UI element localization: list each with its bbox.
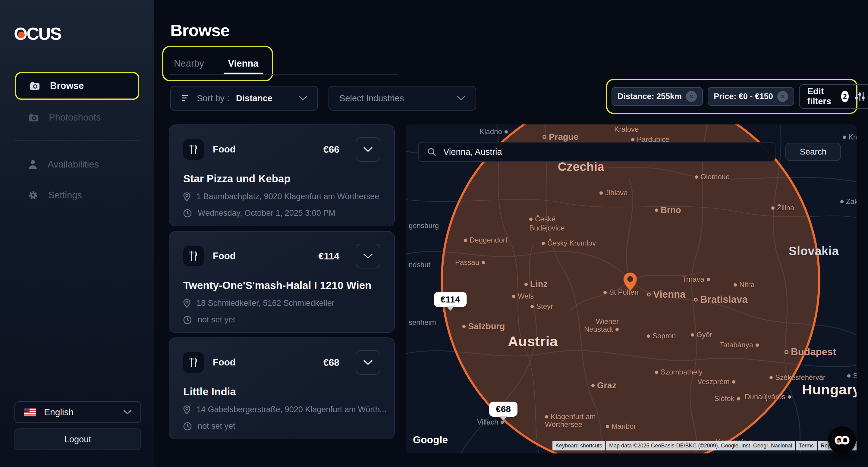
map-label: Czechia <box>558 160 604 174</box>
sort-prefix: Sort by : <box>197 93 229 103</box>
map-data-text: Map data ©2025 GeoBasis-DE/BKG (©2009), … <box>606 441 795 450</box>
map-label: Nitra <box>734 280 755 289</box>
food-icon <box>183 246 204 266</box>
map-label: Steyr <box>530 302 553 311</box>
map-label: senheim <box>409 318 436 326</box>
person-icon <box>28 160 37 169</box>
card-category: Food <box>213 357 236 368</box>
map-label: gensburg <box>409 221 439 230</box>
map-label: Budějovice <box>529 224 564 232</box>
map-pin-vienna[interactable] <box>623 272 638 292</box>
food-icon <box>183 139 204 160</box>
clock-icon <box>183 209 192 218</box>
listing-card[interactable]: Food €114 Twenty-One'S'mash-Halal I 1210… <box>169 231 395 333</box>
map-label: Neustadt <box>584 325 619 334</box>
sort-dropdown[interactable]: Sort by : Distance <box>170 86 318 111</box>
map-label: Siófok <box>714 394 740 403</box>
sidebar-item-settings[interactable]: Settings <box>15 186 139 205</box>
card-time: not set yet <box>198 422 236 431</box>
map-label: Budapest <box>784 346 836 357</box>
ocus-fab-button[interactable] <box>828 426 856 454</box>
card-time: Wednesday, October 1, 2025 3:00 PM <box>198 209 336 218</box>
map-label: Jihlava <box>599 189 628 197</box>
sidebar-item-label: Settings <box>48 190 82 201</box>
map-label: Krakó <box>843 133 857 141</box>
map-label: Olomouc <box>695 173 730 181</box>
map-label: Žilina <box>771 204 794 212</box>
expand-card-button[interactable] <box>355 137 380 162</box>
map-label: Deggendorf <box>464 236 507 244</box>
card-title: Twenty-One'S'mash-Halal I 1210 Wien <box>183 279 380 291</box>
sidebar-item-availabilities[interactable]: Availabilities <box>15 155 139 174</box>
map-label: Bratislava <box>694 294 748 305</box>
camera-icon <box>30 82 40 90</box>
sidebar-item-browse[interactable]: Browse <box>15 72 139 100</box>
camera-icon <box>28 113 38 122</box>
remove-filter-icon[interactable]: × <box>686 91 697 102</box>
chevron-down-icon <box>364 360 373 365</box>
map-label: Dunaújváros <box>745 393 791 401</box>
sidebar-item-label: Browse <box>50 81 84 91</box>
map-label: Wörthersee <box>545 420 582 429</box>
sidebar-divider <box>14 141 139 141</box>
industries-placeholder: Select Industries <box>339 93 404 103</box>
map-label: Salzburg <box>462 321 505 332</box>
google-logo[interactable]: Google <box>413 434 448 446</box>
logout-button[interactable]: Logout <box>14 429 141 450</box>
language-label: English <box>44 407 116 417</box>
tab-label: Vienna <box>228 58 258 69</box>
sidebar-item-label: Availabilities <box>48 159 99 170</box>
map-label: Sopron <box>647 332 676 340</box>
filter-chip-distance[interactable]: Distance: 255km × <box>612 87 703 106</box>
map-label: Székesfehérvár <box>770 373 826 382</box>
terms-link[interactable]: Terms <box>796 441 817 450</box>
card-title: Little India <box>183 386 380 398</box>
map[interactable]: KladnoPragueKralovePardubiceKrakóCzechia… <box>406 124 857 454</box>
map-search-input[interactable] <box>443 147 715 157</box>
map-label: Graz <box>591 380 616 391</box>
tab-nearby[interactable]: Nearby <box>163 47 215 80</box>
us-flag-icon <box>24 408 36 416</box>
map-label: Český Krumlov <box>541 239 596 247</box>
map-label: Wiener <box>596 317 619 326</box>
listing-card[interactable]: Food €66 Star Pizza und Kebap 1 Baumbach… <box>169 124 395 226</box>
page-title: Browse <box>170 21 229 40</box>
active-filters-group: Distance: 255km × Price: €0 - €150 × Edi… <box>606 79 858 114</box>
map-label: Maribor <box>606 422 636 431</box>
keyboard-shortcuts-link[interactable]: Keyboard shortcuts <box>553 441 605 450</box>
map-label: Linz <box>524 279 548 289</box>
ocus-logo[interactable]: OCUS <box>14 24 92 44</box>
map-label: Klagenfurt am <box>545 412 595 421</box>
location-pin-icon <box>183 299 190 308</box>
map-label: Trnava <box>682 275 710 283</box>
filter-count-badge: 2 <box>841 91 849 102</box>
card-category: Food <box>213 144 236 155</box>
card-address: 1 Baumbachplatz, 9020 Klagenfurt am Wört… <box>196 192 379 201</box>
clock-icon <box>183 422 192 431</box>
location-pin-icon <box>183 192 190 201</box>
map-search-bar <box>418 142 775 162</box>
card-price: €66 <box>323 144 339 155</box>
expand-card-button[interactable] <box>355 350 380 375</box>
tab-vienna[interactable]: Vienna <box>215 47 272 80</box>
card-title: Star Pizza und Kebap <box>183 173 380 185</box>
filter-chip-price[interactable]: Price: €0 - €150 × <box>708 87 794 106</box>
map-label: Veszprém <box>698 377 735 386</box>
sidebar-item-photoshoots[interactable]: Photoshoots <box>15 108 139 127</box>
industries-dropdown[interactable]: Select Industries <box>329 86 476 111</box>
listing-card[interactable]: Food €68 Little India 14 Gabelsbergerstr… <box>169 337 395 439</box>
sliders-icon <box>855 92 865 101</box>
chevron-down-icon <box>124 410 131 414</box>
map-label: Szo <box>847 372 857 380</box>
edit-filters-button[interactable]: Edit filters 2 <box>799 84 868 109</box>
sort-value: Distance <box>236 93 273 103</box>
logo-orange-dot <box>18 32 25 38</box>
expand-card-button[interactable] <box>355 244 380 269</box>
tabs: Nearby Vienna <box>162 46 273 81</box>
map-price-marker[interactable]: €68 <box>489 402 518 417</box>
map-price-marker[interactable]: €114 <box>434 292 467 307</box>
map-search-button[interactable]: Search <box>785 143 841 161</box>
remove-filter-icon[interactable]: × <box>777 91 788 102</box>
language-select[interactable]: English <box>14 401 141 423</box>
chevron-down-icon <box>299 96 307 101</box>
